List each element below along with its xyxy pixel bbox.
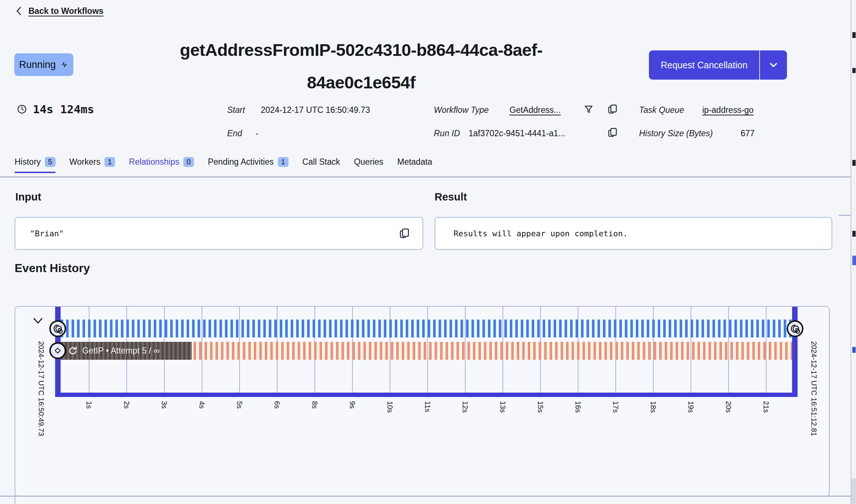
activity-pending-lane	[194, 342, 792, 360]
start-label: Start	[227, 105, 245, 115]
tab-relationships[interactable]: Relationships 0	[129, 157, 194, 172]
tick-label: 17s	[611, 401, 620, 413]
tab-label: Queries	[354, 157, 383, 167]
running-spiral-icon	[790, 323, 800, 334]
tab-workers[interactable]: Workers 1	[69, 157, 115, 172]
duration: 14s 124ms	[17, 103, 94, 116]
edge-fragment	[852, 160, 856, 166]
tab-label: History	[15, 157, 41, 167]
timeline-expand-chevron-icon[interactable]	[32, 316, 44, 326]
tick-label: 3s	[160, 401, 168, 409]
chevron-down-icon	[768, 59, 779, 71]
right-edge-strip	[851, 0, 856, 504]
retry-icon	[68, 346, 78, 356]
workflow-latest-node[interactable]	[787, 320, 803, 337]
edge-fragment	[852, 347, 856, 353]
timeline-baseline-bar	[55, 393, 798, 397]
copy-input-icon[interactable]	[398, 228, 410, 239]
tab-count-badge: 5	[45, 157, 56, 167]
workflow-execution-lane	[61, 320, 792, 337]
tab-label: Workers	[69, 157, 100, 167]
workflow-title-line1: getAddressFromIP-502c4310-b864-44ca-8aef…	[104, 34, 619, 66]
tick-label: 20s	[724, 401, 733, 413]
edge-fragment	[852, 68, 856, 73]
request-cancellation-button[interactable]: Request Cancellation	[649, 50, 787, 80]
input-box: "Brian"	[15, 217, 423, 250]
status-label: Running	[19, 59, 56, 70]
tab-bar: History 5 Workers 1 Relationships 0 Pend…	[15, 157, 432, 173]
history-size-value: 677	[741, 129, 754, 138]
tick-label: 1s	[85, 401, 93, 409]
tab-metadata[interactable]: Metadata	[397, 157, 432, 172]
copy-workflow-type-icon[interactable]	[607, 104, 618, 115]
input-value: "Brian"	[30, 229, 398, 238]
result-heading: Result	[435, 191, 467, 203]
event-history-timeline: GetIP • Attempt 5 / ∞ 2024-12-17 UTC 16:…	[15, 306, 830, 497]
result-box: Results will appear upon completion.	[435, 217, 832, 250]
back-link-label: Back to Workflows	[28, 6, 103, 16]
tab-label: Metadata	[397, 157, 432, 167]
cancellation-menu-toggle[interactable]	[760, 50, 787, 80]
tick-label: 12s	[461, 401, 469, 413]
workflow-type-label: Workflow Type	[434, 105, 489, 115]
tick-label: 2s	[122, 401, 131, 409]
tick-label: 5s	[235, 401, 244, 409]
activity-scheduled-node[interactable]	[49, 342, 66, 359]
edge-fragment	[852, 231, 856, 237]
task-queue-label: Task Queue	[639, 105, 684, 115]
activity-label: GetIP • Attempt 5 / ∞	[82, 346, 160, 356]
end-label: End	[227, 129, 242, 138]
running-spiral-icon	[52, 323, 63, 334]
tick-label: 8s	[310, 401, 319, 409]
tab-count-badge: 1	[104, 157, 115, 167]
clock-icon	[17, 104, 27, 114]
timeline-end-timestamp: 2024-12-17 UTC 16:51:12.81	[810, 341, 818, 436]
diamond-icon	[54, 347, 62, 355]
tab-call-stack[interactable]: Call Stack	[302, 157, 340, 172]
edge-fragment	[852, 32, 856, 38]
heartbeat-pulse-icon	[59, 60, 69, 69]
workflow-started-node[interactable]	[49, 320, 66, 337]
tick-label: 9s	[348, 401, 356, 409]
duration-value: 14s 124ms	[33, 103, 94, 116]
back-to-workflows-link[interactable]: Back to Workflows	[15, 6, 103, 16]
workflow-type-link[interactable]: GetAddress...	[509, 105, 561, 115]
request-cancellation-label[interactable]: Request Cancellation	[649, 50, 759, 80]
event-history-heading: Event History	[15, 261, 90, 275]
tick-label: 13s	[498, 401, 507, 413]
tick-label: 16s	[574, 401, 582, 413]
tabs-divider	[0, 176, 856, 177]
tick-label: 21s	[762, 401, 770, 413]
tab-count-badge: 0	[183, 157, 194, 167]
tab-label: Pending Activities	[208, 157, 274, 167]
edge-fragment	[851, 478, 856, 504]
edge-fragment	[852, 256, 856, 265]
status-badge: Running	[14, 53, 73, 76]
tick-label: 10s	[386, 401, 394, 413]
tab-label: Call Stack	[302, 157, 340, 167]
next-section-sliver	[15, 497, 830, 504]
tick-label: 6s	[273, 401, 281, 409]
input-heading: Input	[15, 191, 41, 203]
start-value: 2024-12-17 UTC 16:50:49.73	[261, 105, 370, 115]
workflow-title-line2: 84ae0c1e654f	[104, 66, 619, 99]
end-value: -	[256, 129, 259, 138]
tick-label: 11s	[423, 401, 432, 412]
filter-icon[interactable]	[584, 104, 594, 115]
result-value: Results will appear upon completion.	[454, 229, 832, 238]
tick-label: 4s	[198, 401, 206, 409]
tick-label: 18s	[649, 401, 657, 413]
workflow-title: getAddressFromIP-502c4310-b864-44ca-8aef…	[104, 34, 619, 99]
tab-queries[interactable]: Queries	[354, 157, 383, 172]
tab-pending-activities[interactable]: Pending Activities 1	[208, 157, 288, 172]
task-queue-link[interactable]: ip-address-go	[702, 105, 754, 115]
run-id-value: 1af3702c-9451-4441-a1...	[469, 129, 565, 138]
tick-label: 15s	[536, 401, 544, 413]
activity-getip-bar[interactable]: GetIP • Attempt 5 / ∞	[61, 342, 192, 360]
tab-history[interactable]: History 5	[15, 157, 56, 173]
tick-label: 19s	[687, 401, 695, 413]
run-id-label: Run ID	[434, 129, 460, 138]
history-size-label: History Size (Bytes)	[639, 129, 713, 138]
copy-run-id-icon[interactable]	[607, 127, 618, 138]
timeline-start-timestamp: 2024-12-17 UTC 16:50:49.73	[37, 341, 45, 436]
